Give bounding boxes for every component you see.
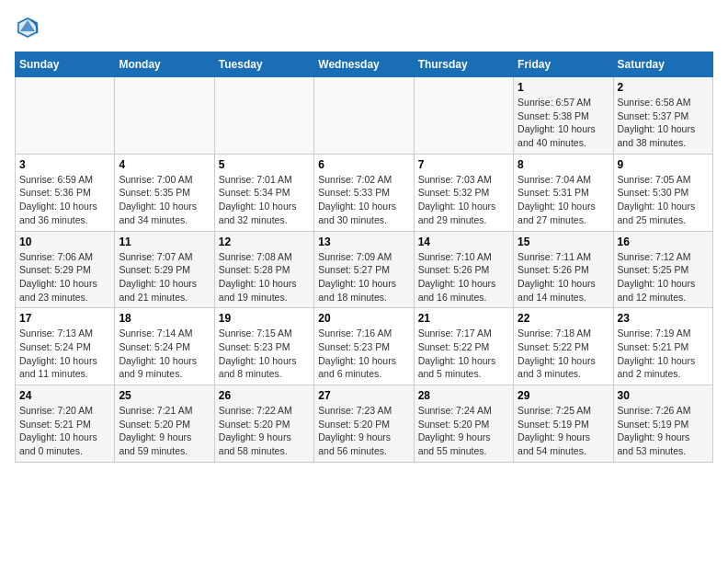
weekday-header: Saturday <box>613 52 712 77</box>
day-info: Sunrise: 7:14 AM Sunset: 5:24 PM Dayligh… <box>119 327 210 381</box>
day-info: Sunrise: 7:15 AM Sunset: 5:23 PM Dayligh… <box>219 327 310 381</box>
day-number: 18 <box>119 312 210 325</box>
day-number: 16 <box>618 236 709 248</box>
day-info: Sunrise: 7:02 AM Sunset: 5:33 PM Dayligh… <box>318 173 409 227</box>
day-number: 25 <box>119 389 210 402</box>
day-number: 14 <box>418 236 509 248</box>
calendar-cell: 23Sunrise: 7:19 AM Sunset: 5:21 PM Dayli… <box>613 308 712 385</box>
day-info: Sunrise: 7:25 AM Sunset: 5:19 PM Dayligh… <box>518 404 609 458</box>
calendar-cell: 8Sunrise: 7:04 AM Sunset: 5:31 PM Daylig… <box>514 154 613 231</box>
day-info: Sunrise: 7:03 AM Sunset: 5:32 PM Dayligh… <box>418 173 509 227</box>
weekday-header: Friday <box>514 52 613 77</box>
day-number: 11 <box>119 236 210 248</box>
calendar-cell: 18Sunrise: 7:14 AM Sunset: 5:24 PM Dayli… <box>115 308 214 385</box>
day-number: 1 <box>518 81 609 94</box>
day-number: 29 <box>518 389 609 402</box>
day-number: 4 <box>119 158 210 171</box>
day-info: Sunrise: 7:26 AM Sunset: 5:19 PM Dayligh… <box>618 404 709 458</box>
page-header <box>15 15 713 40</box>
day-number: 19 <box>219 312 310 325</box>
calendar-cell: 26Sunrise: 7:22 AM Sunset: 5:20 PM Dayli… <box>214 385 313 463</box>
day-number: 12 <box>219 236 310 248</box>
day-info: Sunrise: 7:08 AM Sunset: 5:28 PM Dayligh… <box>219 250 310 304</box>
calendar-cell: 11Sunrise: 7:07 AM Sunset: 5:29 PM Dayli… <box>115 231 214 308</box>
calendar-cell: 21Sunrise: 7:17 AM Sunset: 5:22 PM Dayli… <box>414 308 513 385</box>
day-info: Sunrise: 7:19 AM Sunset: 5:21 PM Dayligh… <box>618 327 709 381</box>
calendar-cell: 9Sunrise: 7:05 AM Sunset: 5:30 PM Daylig… <box>613 154 712 231</box>
day-number: 20 <box>318 312 409 325</box>
day-number: 17 <box>19 312 110 325</box>
calendar-cell: 24Sunrise: 7:20 AM Sunset: 5:21 PM Dayli… <box>16 385 115 463</box>
day-number: 23 <box>618 312 709 325</box>
day-info: Sunrise: 7:20 AM Sunset: 5:21 PM Dayligh… <box>19 404 110 458</box>
day-number: 13 <box>318 236 409 248</box>
day-info: Sunrise: 7:12 AM Sunset: 5:25 PM Dayligh… <box>618 250 709 304</box>
calendar-cell: 28Sunrise: 7:24 AM Sunset: 5:20 PM Dayli… <box>414 385 513 463</box>
calendar-cell <box>414 77 513 155</box>
weekday-header: Monday <box>115 52 214 77</box>
day-info: Sunrise: 7:10 AM Sunset: 5:26 PM Dayligh… <box>418 250 509 304</box>
day-info: Sunrise: 7:09 AM Sunset: 5:27 PM Dayligh… <box>318 250 409 304</box>
day-number: 22 <box>518 312 609 325</box>
weekday-header: Wednesday <box>314 52 414 77</box>
day-number: 26 <box>219 389 310 402</box>
day-info: Sunrise: 7:07 AM Sunset: 5:29 PM Dayligh… <box>119 250 210 304</box>
calendar-cell: 2Sunrise: 6:58 AM Sunset: 5:37 PM Daylig… <box>613 77 712 155</box>
day-number: 24 <box>19 389 110 402</box>
day-number: 2 <box>618 81 709 94</box>
calendar-table: SundayMondayTuesdayWednesdayThursdayFrid… <box>15 52 713 463</box>
day-info: Sunrise: 7:00 AM Sunset: 5:35 PM Dayligh… <box>119 173 210 227</box>
day-number: 3 <box>19 158 110 171</box>
calendar-cell: 5Sunrise: 7:01 AM Sunset: 5:34 PM Daylig… <box>214 154 313 231</box>
day-number: 7 <box>418 158 509 171</box>
day-number: 30 <box>618 389 709 402</box>
day-info: Sunrise: 6:58 AM Sunset: 5:37 PM Dayligh… <box>618 96 709 150</box>
day-info: Sunrise: 7:04 AM Sunset: 5:31 PM Dayligh… <box>518 173 609 227</box>
calendar-cell: 22Sunrise: 7:18 AM Sunset: 5:22 PM Dayli… <box>514 308 613 385</box>
calendar-cell <box>16 77 115 155</box>
calendar-cell: 7Sunrise: 7:03 AM Sunset: 5:32 PM Daylig… <box>414 154 513 231</box>
day-info: Sunrise: 6:57 AM Sunset: 5:38 PM Dayligh… <box>518 96 609 150</box>
calendar-cell: 19Sunrise: 7:15 AM Sunset: 5:23 PM Dayli… <box>214 308 313 385</box>
day-info: Sunrise: 7:01 AM Sunset: 5:34 PM Dayligh… <box>219 173 310 227</box>
calendar-cell: 6Sunrise: 7:02 AM Sunset: 5:33 PM Daylig… <box>314 154 414 231</box>
calendar-cell: 13Sunrise: 7:09 AM Sunset: 5:27 PM Dayli… <box>314 231 414 308</box>
calendar-cell <box>214 77 313 155</box>
weekday-header: Sunday <box>16 52 115 77</box>
calendar-cell: 14Sunrise: 7:10 AM Sunset: 5:26 PM Dayli… <box>414 231 513 308</box>
calendar-cell: 27Sunrise: 7:23 AM Sunset: 5:20 PM Dayli… <box>314 385 414 463</box>
calendar-cell <box>314 77 414 155</box>
day-number: 27 <box>318 389 409 402</box>
day-info: Sunrise: 6:59 AM Sunset: 5:36 PM Dayligh… <box>19 173 110 227</box>
day-info: Sunrise: 7:23 AM Sunset: 5:20 PM Dayligh… <box>318 404 409 458</box>
day-info: Sunrise: 7:05 AM Sunset: 5:30 PM Dayligh… <box>618 173 709 227</box>
day-number: 6 <box>318 158 409 171</box>
day-info: Sunrise: 7:21 AM Sunset: 5:20 PM Dayligh… <box>119 404 210 458</box>
day-number: 9 <box>618 158 709 171</box>
calendar-cell <box>115 77 214 155</box>
calendar-cell: 12Sunrise: 7:08 AM Sunset: 5:28 PM Dayli… <box>214 231 313 308</box>
day-number: 10 <box>19 236 110 248</box>
logo-icon <box>15 15 40 40</box>
day-number: 15 <box>518 236 609 248</box>
day-number: 21 <box>418 312 509 325</box>
weekday-header: Tuesday <box>214 52 313 77</box>
day-info: Sunrise: 7:11 AM Sunset: 5:26 PM Dayligh… <box>518 250 609 304</box>
day-info: Sunrise: 7:24 AM Sunset: 5:20 PM Dayligh… <box>418 404 509 458</box>
day-info: Sunrise: 7:16 AM Sunset: 5:23 PM Dayligh… <box>318 327 409 381</box>
day-info: Sunrise: 7:22 AM Sunset: 5:20 PM Dayligh… <box>219 404 310 458</box>
day-info: Sunrise: 7:17 AM Sunset: 5:22 PM Dayligh… <box>418 327 509 381</box>
calendar-cell: 4Sunrise: 7:00 AM Sunset: 5:35 PM Daylig… <box>115 154 214 231</box>
day-info: Sunrise: 7:13 AM Sunset: 5:24 PM Dayligh… <box>19 327 110 381</box>
day-number: 5 <box>219 158 310 171</box>
day-number: 28 <box>418 389 509 402</box>
calendar-cell: 30Sunrise: 7:26 AM Sunset: 5:19 PM Dayli… <box>613 385 712 463</box>
calendar-cell: 25Sunrise: 7:21 AM Sunset: 5:20 PM Dayli… <box>115 385 214 463</box>
calendar-cell: 20Sunrise: 7:16 AM Sunset: 5:23 PM Dayli… <box>314 308 414 385</box>
calendar-cell: 16Sunrise: 7:12 AM Sunset: 5:25 PM Dayli… <box>613 231 712 308</box>
calendar-cell: 15Sunrise: 7:11 AM Sunset: 5:26 PM Dayli… <box>514 231 613 308</box>
calendar-cell: 17Sunrise: 7:13 AM Sunset: 5:24 PM Dayli… <box>16 308 115 385</box>
day-info: Sunrise: 7:18 AM Sunset: 5:22 PM Dayligh… <box>518 327 609 381</box>
calendar-header: SundayMondayTuesdayWednesdayThursdayFrid… <box>16 52 713 77</box>
logo <box>15 15 44 40</box>
